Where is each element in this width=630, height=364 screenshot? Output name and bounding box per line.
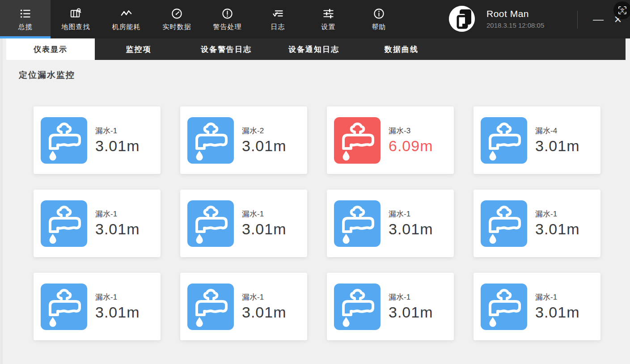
- tab-device-notice-log[interactable]: 设备通知日志: [270, 38, 358, 60]
- device-text: 漏水-1 3.01m: [535, 209, 580, 238]
- faucet-leak-icon: [334, 117, 381, 164]
- device-text: 漏水-1 3.01m: [389, 292, 433, 321]
- nav-label: 实时数据: [163, 23, 191, 31]
- device-label: 漏水-3: [389, 126, 433, 136]
- section-title: 定位漏水监控: [19, 69, 630, 81]
- realtime-gauge-icon: [171, 8, 183, 20]
- device-card[interactable]: 漏水-1 3.01m: [474, 273, 600, 340]
- device-label: 漏水-4: [535, 126, 580, 136]
- nav-item-overview[interactable]: 总揽: [0, 0, 51, 38]
- device-value: 3.01m: [389, 304, 433, 321]
- user-block[interactable]: Root Man 2018.3.15 12:08:05: [449, 6, 544, 32]
- faucet-leak-icon: [41, 200, 87, 247]
- device-text: 漏水-1 3.01m: [242, 292, 287, 321]
- nav-item-map-search[interactable]: 地图查找: [51, 0, 101, 38]
- device-text: 漏水-1 3.01m: [95, 209, 140, 238]
- minimize-button[interactable]: —: [588, 0, 608, 38]
- faucet-leak-icon: [334, 200, 381, 247]
- nav-label: 设置: [321, 23, 336, 31]
- device-text: 漏水-1 3.01m: [95, 126, 140, 155]
- nav-item-energy[interactable]: 机房能耗: [101, 0, 152, 38]
- device-label: 漏水-1: [535, 292, 580, 302]
- tab-device-alert-log[interactable]: 设备警告日志: [182, 38, 270, 60]
- faucet-leak-icon: [334, 284, 381, 330]
- user-timestamp: 2018.3.15 12:08:05: [486, 21, 544, 29]
- nav-label: 机房能耗: [112, 23, 141, 31]
- device-card[interactable]: 漏水-1 3.01m: [34, 106, 161, 174]
- alert-circle-icon: [221, 8, 233, 20]
- faucet-leak-icon: [41, 284, 87, 330]
- device-label: 漏水-1: [95, 126, 140, 136]
- nav-label: 地图查找: [62, 23, 90, 31]
- faucet-leak-icon: [481, 284, 527, 330]
- user-name: Root Man: [486, 8, 544, 19]
- screen-capture-overlay-icon[interactable]: 文: [613, 1, 630, 19]
- device-card[interactable]: 漏水-2 3.01m: [180, 106, 307, 174]
- nav-label: 帮助: [372, 23, 386, 31]
- device-value: 3.01m: [242, 220, 287, 238]
- device-card[interactable]: 漏水-1 3.01m: [474, 190, 600, 257]
- device-card[interactable]: 漏水-1 3.01m: [180, 273, 307, 340]
- device-label: 漏水-1: [389, 292, 433, 302]
- help-info-icon: [373, 8, 385, 20]
- nav-item-realtime-data[interactable]: 实时数据: [152, 0, 202, 38]
- sub-tab-bar: 仪表显示 监控项 设备警告日志 设备通知日志 数据曲线: [6, 38, 626, 60]
- device-value: 3.01m: [535, 220, 580, 238]
- device-text: 漏水-4 3.01m: [535, 126, 580, 155]
- device-value: 3.01m: [242, 137, 287, 155]
- faucet-leak-icon: [187, 200, 234, 247]
- device-label: 漏水-1: [95, 292, 140, 302]
- device-card[interactable]: 漏水-4 3.01m: [474, 106, 600, 174]
- energy-wave-icon: [120, 8, 132, 20]
- device-text: 漏水-1 3.01m: [95, 292, 140, 321]
- device-card[interactable]: 漏水-1 3.01m: [327, 273, 454, 340]
- device-value: 3.01m: [95, 304, 140, 321]
- faucet-leak-icon: [187, 284, 234, 330]
- device-text: 漏水-1 3.01m: [242, 209, 287, 238]
- device-value: 3.01m: [95, 220, 140, 238]
- nav-item-settings[interactable]: 设置: [303, 0, 354, 38]
- device-value: 3.01m: [389, 220, 433, 238]
- svg-text:文: 文: [620, 8, 625, 13]
- nav-label: 日志: [271, 23, 285, 31]
- device-card[interactable]: 漏水-1 3.01m: [327, 190, 454, 257]
- tab-monitoring-items[interactable]: 监控项: [95, 38, 182, 60]
- top-nav-bar: 总揽 地图查找 机房能耗: [0, 0, 630, 38]
- log-check-icon: [272, 8, 284, 20]
- device-card[interactable]: 漏水-1 3.01m: [34, 190, 161, 257]
- settings-sliders-icon: [322, 8, 334, 20]
- device-card[interactable]: 漏水-1 3.01m: [34, 273, 161, 340]
- device-label: 漏水-2: [242, 126, 287, 136]
- nav-item-alert-handling[interactable]: 警告处理: [202, 0, 253, 38]
- tab-data-curve[interactable]: 数据曲线: [358, 38, 445, 60]
- overview-list-icon: [19, 8, 31, 20]
- device-text: 漏水-1 3.01m: [535, 292, 580, 321]
- faucet-leak-icon: [481, 117, 527, 164]
- faucet-leak-icon: [41, 117, 87, 164]
- device-card[interactable]: 漏水-1 3.01m: [180, 190, 307, 257]
- device-value: 3.01m: [242, 304, 287, 321]
- nav-label: 总揽: [18, 23, 33, 31]
- device-value: 6.09m: [389, 137, 433, 155]
- nav-item-logs[interactable]: 日志: [253, 0, 303, 38]
- device-card[interactable]: 漏水-3 6.09m: [327, 106, 454, 174]
- device-text: 漏水-2 3.01m: [242, 126, 287, 155]
- faucet-leak-icon: [481, 200, 527, 247]
- device-text: 漏水-3 6.09m: [389, 126, 433, 155]
- map-search-icon: [70, 8, 82, 20]
- device-label: 漏水-1: [242, 209, 287, 219]
- device-value: 3.01m: [535, 137, 580, 155]
- device-value: 3.01m: [535, 304, 580, 321]
- device-card-grid: 漏水-1 3.01m 漏水-2 3.01m: [34, 106, 630, 340]
- tab-gauge-display[interactable]: 仪表显示: [6, 38, 95, 60]
- device-label: 漏水-1: [242, 292, 287, 302]
- main-content: 定位漏水监控 漏水-1 3.01m: [6, 60, 630, 340]
- faucet-leak-icon: [187, 117, 234, 164]
- nav-item-help[interactable]: 帮助: [354, 0, 404, 38]
- nav-label: 警告处理: [213, 23, 242, 31]
- app-logo-avatar: [449, 6, 475, 32]
- device-label: 漏水-1: [95, 209, 140, 219]
- window-edge-strip: [0, 38, 2, 364]
- user-meta: Root Man 2018.3.15 12:08:05: [486, 8, 544, 29]
- header-divider: [577, 11, 578, 29]
